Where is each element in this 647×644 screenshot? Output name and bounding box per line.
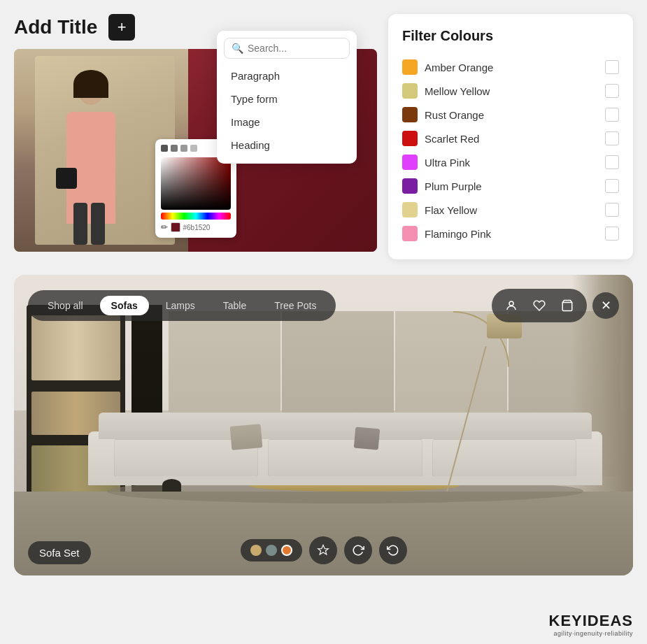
checkbox-ultra-pink[interactable]	[605, 155, 619, 169]
checkbox-flamingo-pink[interactable]	[605, 227, 619, 241]
wishlist-icon-button[interactable]	[528, 294, 550, 317]
swatch-mellow-yellow	[402, 83, 418, 99]
swatch-rust-orange	[402, 107, 418, 122]
dropdown-container: 🔍 Paragraph Type form Image Heading	[217, 31, 357, 164]
label-amber-orange: Amber Orange	[425, 62, 493, 73]
label-ultra-pink: Ultra Pink	[425, 157, 470, 169]
label-flax-yellow: Flax Yellow	[425, 204, 477, 216]
swatch-flax-yellow	[402, 202, 418, 217]
nav-cat-table[interactable]: Table	[212, 296, 257, 315]
color-dot-orange[interactable]	[281, 545, 292, 556]
color-filter-rust-orange: Rust Orange	[402, 103, 619, 127]
checkbox-flax-yellow[interactable]	[605, 203, 619, 217]
color-filter-amber-orange: Amber Orange	[402, 55, 619, 79]
search-icon: 🔍	[232, 43, 243, 54]
nav-categories: Shop all Sofas Lamps Table Tree Pots	[28, 290, 336, 321]
dropdown-panel: 🔍 Paragraph Type form Image Heading	[217, 31, 357, 164]
menu-item-paragraph[interactable]: Paragraph	[224, 64, 350, 87]
nav-icons	[492, 289, 587, 322]
add-button[interactable]: +	[108, 14, 135, 41]
eyedropper-icon[interactable]: ✏	[161, 222, 168, 232]
label-rust-orange: Rust Orange	[425, 109, 484, 121]
brand-tagline: agility·ingenuity·reliability	[549, 630, 633, 637]
label-mellow-yellow: Mellow Yellow	[425, 85, 490, 97]
swatch-plum-purple	[402, 178, 418, 194]
color-selector	[241, 539, 302, 561]
nav-cat-lamps[interactable]: Lamps	[155, 296, 206, 315]
page-title: Add Title	[14, 16, 97, 38]
color-filter-mellow-yellow: Mellow Yellow	[402, 79, 619, 103]
product-name-label: Sofa Set	[28, 541, 91, 564]
color-dot-tan[interactable]	[250, 545, 262, 556]
brand-name: KEYIDEAS	[549, 612, 633, 630]
search-input[interactable]	[248, 43, 342, 54]
color-filter-ultra-pink: Ultra Pink	[402, 150, 619, 174]
bottom-controls	[241, 536, 407, 564]
checkbox-scarlet-red[interactable]	[605, 131, 619, 145]
nav-cat-tree-pots[interactable]: Tree Pots	[263, 296, 327, 315]
checkbox-plum-purple[interactable]	[605, 179, 619, 193]
swatch-flamingo-pink	[402, 226, 418, 241]
color-dot-teal[interactable]	[266, 545, 277, 556]
checkbox-rust-orange[interactable]	[605, 108, 619, 122]
menu-item-heading[interactable]: Heading	[224, 134, 350, 157]
navigation-bar: Shop all Sofas Lamps Table Tree Pots	[28, 289, 619, 322]
color-gradient[interactable]	[161, 157, 231, 210]
filter-panel: Filter Colours Amber Orange Mellow Yello…	[388, 14, 633, 259]
checkbox-amber-orange[interactable]	[605, 60, 619, 74]
branding: KEYIDEAS agility·ingenuity·reliability	[549, 612, 633, 637]
user-icon-button[interactable]	[500, 294, 522, 317]
nav-cat-shop-all[interactable]: Shop all	[36, 296, 94, 315]
swatch-ultra-pink	[402, 155, 418, 170]
color-filter-flamingo-pink: Flamingo Pink	[402, 222, 619, 245]
nav-cat-sofas[interactable]: Sofas	[100, 296, 149, 315]
color-filter-flax-yellow: Flax Yellow	[402, 198, 619, 222]
label-plum-purple: Plum Purple	[425, 180, 482, 192]
rotate-button[interactable]	[344, 536, 372, 564]
search-bar[interactable]: 🔍	[224, 38, 350, 59]
close-button[interactable]: ✕	[592, 292, 619, 319]
customize-button[interactable]	[309, 536, 337, 564]
swatch-amber-orange	[402, 59, 418, 75]
label-flamingo-pink: Flamingo Pink	[425, 228, 491, 240]
color-spectrum[interactable]	[161, 213, 231, 220]
interior-scene: Shop all Sofas Lamps Table Tree Pots	[14, 275, 633, 575]
menu-item-type-form[interactable]: Type form	[224, 87, 350, 110]
checkbox-mellow-yellow[interactable]	[605, 84, 619, 98]
undo-button[interactable]	[379, 536, 407, 564]
color-picker-bottom: ✏ #6b1520	[161, 222, 231, 232]
svg-point-0	[509, 301, 513, 306]
filter-title: Filter Colours	[402, 28, 619, 44]
swatch-scarlet-red	[402, 131, 418, 146]
menu-item-image[interactable]: Image	[224, 110, 350, 134]
cart-icon-button[interactable]	[556, 294, 578, 317]
color-filter-scarlet-red: Scarlet Red	[402, 127, 619, 150]
color-filter-plum-purple: Plum Purple	[402, 174, 619, 198]
label-scarlet-red: Scarlet Red	[425, 133, 479, 145]
